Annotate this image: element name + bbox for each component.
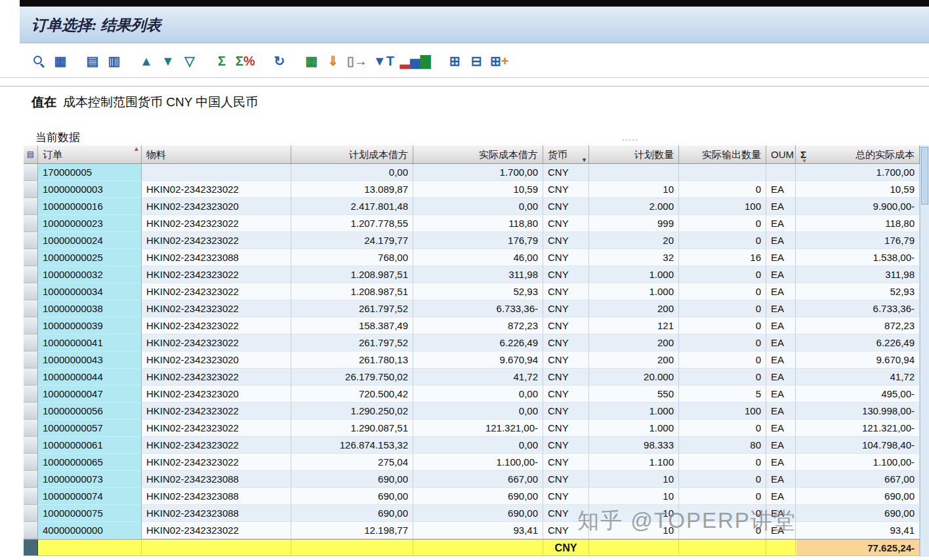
- cell-actual_cost: 667,00: [413, 471, 543, 488]
- row-selector[interactable]: [24, 369, 38, 386]
- column-header-currency[interactable]: 货币▼: [543, 146, 589, 164]
- cell-order[interactable]: 10000000044: [38, 369, 142, 386]
- cell-material: HKIN02-2342323022: [142, 369, 291, 386]
- column-label: 订单: [43, 149, 62, 160]
- cell-order[interactable]: 10000000038: [38, 300, 142, 317]
- cell-plan_cost: 13.089,87: [291, 181, 413, 198]
- cell-order[interactable]: 10000000032: [38, 266, 142, 283]
- subtotal-glyph: Σ: [236, 54, 243, 68]
- cell-order[interactable]: 10000000061: [38, 437, 142, 454]
- cell-order[interactable]: 10000000075: [38, 505, 142, 522]
- cell-order[interactable]: 10000000034: [38, 283, 142, 300]
- row-selector[interactable]: [24, 386, 38, 403]
- cell-order[interactable]: 10000000056: [38, 403, 142, 420]
- cell-oum: EA: [766, 181, 796, 198]
- column-header-plan_qty[interactable]: 计划数量: [589, 146, 679, 164]
- filter-icon[interactable]: ▽: [180, 50, 199, 71]
- cell-oum: EA: [766, 266, 796, 283]
- find-icon[interactable]: [29, 50, 49, 71]
- select-all-button[interactable]: ▤: [24, 146, 38, 164]
- toolbar-separator: [434, 50, 445, 71]
- column-header-actual_qty[interactable]: 实际输出数量: [679, 146, 766, 164]
- column-header-total[interactable]: 总的实际成本Σ▼: [796, 146, 920, 164]
- word-export-icon[interactable]: ⇓: [323, 50, 343, 71]
- cell-plan_cost: 24.179,77: [291, 232, 413, 249]
- cell-order[interactable]: 10000000024: [38, 232, 142, 249]
- cell-order[interactable]: 10000000003: [38, 181, 142, 198]
- cell-actual_cost: 6.226,49: [413, 334, 543, 351]
- row-selector[interactable]: [24, 522, 38, 539]
- column-header-actual_cost[interactable]: 实际成本借方: [413, 146, 543, 164]
- alv-grid: ▤订单▲物料计划成本借方实际成本借方货币▼计划数量实际输出数量OUM总的实际成本…: [24, 146, 920, 556]
- query-icon[interactable]: ▼T: [371, 50, 396, 71]
- spreadsheet-view-icon[interactable]: ▦: [51, 50, 70, 71]
- row-selector[interactable]: [24, 232, 38, 249]
- row-selector[interactable]: [24, 300, 38, 317]
- cell-order[interactable]: 10000000065: [38, 454, 142, 471]
- cell-oum: EA: [766, 488, 796, 505]
- detail-display-icon[interactable]: ▤: [83, 50, 102, 71]
- row-selector[interactable]: [24, 437, 38, 454]
- row-selector[interactable]: [24, 403, 38, 420]
- save-layout-icon[interactable]: ⊞+: [488, 50, 510, 71]
- cell-currency: CNY: [543, 369, 589, 386]
- row-selector[interactable]: [24, 249, 38, 266]
- table-row: 10000000034HKIN02-23423230221.208.987,51…: [24, 283, 920, 300]
- row-selector[interactable]: [24, 420, 38, 437]
- drilldown-icon[interactable]: ↻: [270, 50, 289, 71]
- row-selector[interactable]: [24, 317, 38, 334]
- sort-ascending-icon[interactable]: ▲: [136, 50, 156, 71]
- column-label: 物料: [146, 149, 166, 160]
- row-selector[interactable]: [24, 215, 38, 232]
- query-glyph: ▼: [373, 54, 386, 68]
- column-header-plan_cost[interactable]: 计划成本借方: [291, 146, 413, 164]
- cell-order[interactable]: 10000000073: [38, 471, 142, 488]
- fix-column-icon[interactable]: ⊞: [445, 50, 464, 71]
- change-layout-icon[interactable]: ⊟: [466, 50, 486, 71]
- column-header-order[interactable]: 订单▲: [38, 146, 142, 164]
- column-header-oum[interactable]: OUM: [766, 146, 796, 164]
- row-selector[interactable]: [24, 283, 38, 300]
- cell-order[interactable]: 10000000041: [38, 334, 142, 351]
- cell-order[interactable]: 10000000039: [38, 317, 142, 334]
- cell-order[interactable]: 10000000074: [38, 488, 142, 505]
- row-selector[interactable]: [24, 198, 38, 215]
- column-header-material[interactable]: 物料: [142, 146, 291, 164]
- excel-export-icon[interactable]: ▦: [302, 50, 321, 71]
- row-selector[interactable]: [24, 488, 38, 505]
- cell-plan_qty: 10: [589, 488, 679, 505]
- cell-order[interactable]: 10000000043: [38, 351, 142, 369]
- sort-descending-icon[interactable]: ▼: [158, 50, 178, 71]
- row-selector[interactable]: [24, 164, 38, 181]
- total-icon[interactable]: Σ: [212, 50, 232, 71]
- cell-currency: CNY: [543, 471, 589, 488]
- cell-plan_cost: 690,00: [291, 471, 413, 488]
- cell-order[interactable]: 10000000047: [38, 386, 142, 403]
- local-file-export-icon[interactable]: ▯→: [345, 50, 369, 71]
- cell-material: HKIN02-2342323022: [142, 403, 291, 420]
- cell-order[interactable]: 10000000016: [38, 198, 142, 215]
- scrollbar-thumb[interactable]: [921, 147, 928, 205]
- vertical-scrollbar[interactable]: [920, 146, 929, 557]
- row-selector[interactable]: [24, 351, 38, 369]
- cell-order[interactable]: 40000000000: [38, 522, 142, 539]
- detail-list-icon[interactable]: ▥: [104, 50, 124, 71]
- magnifier-glyph: [33, 55, 45, 67]
- row-selector[interactable]: [24, 334, 38, 351]
- cell-order[interactable]: 10000000057: [38, 420, 142, 437]
- graphic-icon[interactable]: ▂▅▇: [398, 50, 432, 71]
- row-selector[interactable]: [24, 181, 38, 198]
- cell-currency: CNY: [543, 351, 589, 369]
- table-row: 10000000065HKIN02-2342323022275,041.100,…: [24, 454, 920, 471]
- cell-plan_cost: 126.874.153,32: [291, 437, 413, 454]
- row-selector[interactable]: [24, 266, 38, 283]
- cell-order[interactable]: 10000000025: [38, 249, 142, 266]
- row-selector[interactable]: [24, 454, 38, 471]
- cell-order[interactable]: 10000000023: [38, 215, 142, 232]
- cell-order[interactable]: 170000005: [38, 164, 142, 181]
- row-selector[interactable]: [24, 505, 38, 522]
- row-selector[interactable]: [24, 471, 38, 488]
- cell-oum: EA: [766, 505, 796, 522]
- table-row: 10000000074HKIN02-2342323088690,00690,00…: [24, 488, 920, 505]
- subtotal-icon[interactable]: Σ%: [234, 50, 257, 71]
